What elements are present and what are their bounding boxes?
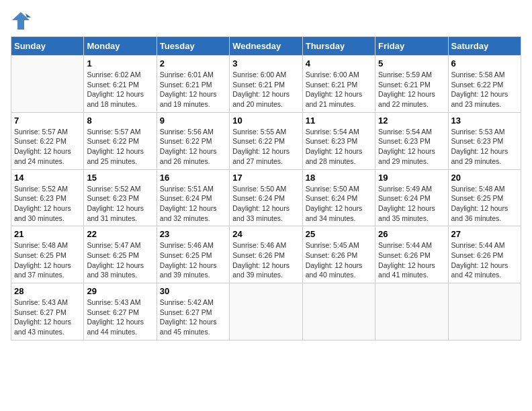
- day-info: Sunrise: 5:48 AM Sunset: 6:25 PM Dayligh…: [14, 240, 81, 280]
- calendar-week-row: 21Sunrise: 5:48 AM Sunset: 6:25 PM Dayli…: [11, 226, 521, 283]
- svg-marker-1: [26, 13, 31, 17]
- calendar-cell: [448, 283, 521, 340]
- calendar-cell: 26Sunrise: 5:44 AM Sunset: 6:26 PM Dayli…: [375, 226, 448, 283]
- calendar-cell: 20Sunrise: 5:48 AM Sunset: 6:25 PM Dayli…: [448, 169, 521, 226]
- calendar-header-row: SundayMondayTuesdayWednesdayThursdayFrid…: [11, 37, 521, 56]
- day-number: 7: [14, 116, 81, 126]
- day-number: 21: [14, 229, 81, 239]
- day-info: Sunrise: 5:50 AM Sunset: 6:24 PM Dayligh…: [232, 184, 299, 224]
- day-number: 26: [378, 229, 445, 239]
- day-info: Sunrise: 5:56 AM Sunset: 6:22 PM Dayligh…: [160, 127, 226, 167]
- day-number: 28: [14, 286, 81, 296]
- calendar-cell: 2Sunrise: 6:01 AM Sunset: 6:21 PM Daylig…: [157, 56, 229, 113]
- day-info: Sunrise: 5:52 AM Sunset: 6:23 PM Dayligh…: [87, 184, 153, 224]
- day-number: 27: [451, 229, 518, 239]
- calendar-cell: 24Sunrise: 5:46 AM Sunset: 6:26 PM Dayli…: [230, 226, 302, 283]
- day-info: Sunrise: 5:42 AM Sunset: 6:27 PM Dayligh…: [160, 298, 226, 337]
- calendar-cell: 10Sunrise: 5:55 AM Sunset: 6:22 PM Dayli…: [230, 112, 302, 169]
- day-number: 3: [232, 58, 299, 68]
- day-number: 20: [451, 173, 518, 183]
- day-info: Sunrise: 5:50 AM Sunset: 6:24 PM Dayligh…: [306, 184, 372, 224]
- day-number: 15: [87, 173, 153, 183]
- day-number: 30: [160, 286, 226, 296]
- calendar-cell: [11, 56, 84, 113]
- day-number: 19: [378, 173, 445, 183]
- day-info: Sunrise: 5:48 AM Sunset: 6:25 PM Dayligh…: [451, 184, 518, 224]
- calendar-cell: 28Sunrise: 5:43 AM Sunset: 6:27 PM Dayli…: [11, 283, 84, 340]
- day-number: 1: [87, 58, 153, 68]
- day-info: Sunrise: 6:00 AM Sunset: 6:21 PM Dayligh…: [306, 70, 372, 109]
- calendar-week-row: 28Sunrise: 5:43 AM Sunset: 6:27 PM Dayli…: [11, 283, 521, 340]
- day-info: Sunrise: 5:46 AM Sunset: 6:26 PM Dayligh…: [232, 240, 299, 280]
- calendar-cell: 29Sunrise: 5:43 AM Sunset: 6:27 PM Dayli…: [84, 283, 157, 340]
- day-number: 14: [14, 173, 81, 183]
- day-info: Sunrise: 6:02 AM Sunset: 6:21 PM Dayligh…: [87, 70, 153, 109]
- day-info: Sunrise: 5:54 AM Sunset: 6:23 PM Dayligh…: [378, 127, 445, 167]
- day-info: Sunrise: 5:51 AM Sunset: 6:24 PM Dayligh…: [160, 184, 226, 224]
- day-number: 24: [232, 229, 299, 239]
- calendar-cell: 14Sunrise: 5:52 AM Sunset: 6:23 PM Dayli…: [11, 169, 84, 226]
- calendar-cell: 23Sunrise: 5:46 AM Sunset: 6:25 PM Dayli…: [157, 226, 229, 283]
- day-number: 18: [306, 173, 372, 183]
- day-info: Sunrise: 5:46 AM Sunset: 6:25 PM Dayligh…: [160, 240, 226, 280]
- calendar-cell: [375, 283, 448, 340]
- day-info: Sunrise: 5:43 AM Sunset: 6:27 PM Dayligh…: [14, 298, 81, 337]
- calendar-cell: 19Sunrise: 5:49 AM Sunset: 6:24 PM Dayli…: [375, 169, 448, 226]
- day-of-week-header: Monday: [84, 37, 157, 56]
- calendar-cell: 15Sunrise: 5:52 AM Sunset: 6:23 PM Dayli…: [84, 169, 157, 226]
- day-number: 6: [451, 58, 518, 68]
- calendar-cell: 8Sunrise: 5:57 AM Sunset: 6:22 PM Daylig…: [84, 112, 157, 169]
- calendar-table: SundayMondayTuesdayWednesdayThursdayFrid…: [11, 36, 521, 340]
- day-of-week-header: Friday: [375, 37, 448, 56]
- calendar-cell: 3Sunrise: 6:00 AM Sunset: 6:21 PM Daylig…: [230, 56, 302, 113]
- day-info: Sunrise: 5:53 AM Sunset: 6:23 PM Dayligh…: [451, 127, 518, 167]
- day-info: Sunrise: 5:57 AM Sunset: 6:22 PM Dayligh…: [87, 127, 153, 167]
- calendar-cell: 22Sunrise: 5:47 AM Sunset: 6:25 PM Dayli…: [84, 226, 157, 283]
- day-number: 22: [87, 229, 153, 239]
- day-number: 17: [232, 173, 299, 183]
- calendar-cell: 30Sunrise: 5:42 AM Sunset: 6:27 PM Dayli…: [157, 283, 229, 340]
- day-number: 5: [378, 58, 445, 68]
- day-info: Sunrise: 5:49 AM Sunset: 6:24 PM Dayligh…: [378, 184, 445, 224]
- day-number: 16: [160, 173, 226, 183]
- calendar-cell: 25Sunrise: 5:45 AM Sunset: 6:26 PM Dayli…: [302, 226, 375, 283]
- calendar-cell: 12Sunrise: 5:54 AM Sunset: 6:23 PM Dayli…: [375, 112, 448, 169]
- day-number: 2: [160, 58, 226, 68]
- calendar-cell: 21Sunrise: 5:48 AM Sunset: 6:25 PM Dayli…: [11, 226, 84, 283]
- calendar-week-row: 1Sunrise: 6:02 AM Sunset: 6:21 PM Daylig…: [11, 56, 521, 113]
- day-number: 11: [306, 116, 372, 126]
- day-number: 25: [306, 229, 372, 239]
- day-number: 29: [87, 286, 153, 296]
- calendar-cell: 7Sunrise: 5:57 AM Sunset: 6:22 PM Daylig…: [11, 112, 84, 169]
- day-info: Sunrise: 6:00 AM Sunset: 6:21 PM Dayligh…: [232, 70, 299, 109]
- day-of-week-header: Tuesday: [157, 37, 229, 56]
- logo-icon: [11, 11, 31, 31]
- day-of-week-header: Saturday: [448, 37, 521, 56]
- calendar-week-row: 7Sunrise: 5:57 AM Sunset: 6:22 PM Daylig…: [11, 112, 521, 169]
- calendar-cell: 6Sunrise: 5:58 AM Sunset: 6:22 PM Daylig…: [448, 56, 521, 113]
- day-info: Sunrise: 6:01 AM Sunset: 6:21 PM Dayligh…: [160, 70, 226, 109]
- day-number: 4: [306, 58, 372, 68]
- calendar-cell: 17Sunrise: 5:50 AM Sunset: 6:24 PM Dayli…: [230, 169, 302, 226]
- calendar-cell: 5Sunrise: 5:59 AM Sunset: 6:21 PM Daylig…: [375, 56, 448, 113]
- day-info: Sunrise: 5:45 AM Sunset: 6:26 PM Dayligh…: [306, 240, 372, 280]
- day-info: Sunrise: 5:52 AM Sunset: 6:23 PM Dayligh…: [14, 184, 81, 224]
- calendar-body: 1Sunrise: 6:02 AM Sunset: 6:21 PM Daylig…: [11, 56, 521, 340]
- calendar-cell: 1Sunrise: 6:02 AM Sunset: 6:21 PM Daylig…: [84, 56, 157, 113]
- day-info: Sunrise: 5:47 AM Sunset: 6:25 PM Dayligh…: [87, 240, 153, 280]
- day-info: Sunrise: 5:44 AM Sunset: 6:26 PM Dayligh…: [378, 240, 445, 280]
- logo: [11, 11, 34, 31]
- day-info: Sunrise: 5:43 AM Sunset: 6:27 PM Dayligh…: [87, 298, 153, 337]
- calendar-cell: [230, 283, 302, 340]
- calendar-cell: 27Sunrise: 5:44 AM Sunset: 6:26 PM Dayli…: [448, 226, 521, 283]
- calendar-cell: 16Sunrise: 5:51 AM Sunset: 6:24 PM Dayli…: [157, 169, 229, 226]
- day-info: Sunrise: 5:54 AM Sunset: 6:23 PM Dayligh…: [306, 127, 372, 167]
- calendar-cell: 13Sunrise: 5:53 AM Sunset: 6:23 PM Dayli…: [448, 112, 521, 169]
- day-number: 9: [160, 116, 226, 126]
- day-number: 12: [378, 116, 445, 126]
- day-of-week-header: Thursday: [302, 37, 375, 56]
- day-number: 8: [87, 116, 153, 126]
- day-of-week-header: Sunday: [11, 37, 84, 56]
- day-info: Sunrise: 5:57 AM Sunset: 6:22 PM Dayligh…: [14, 127, 81, 167]
- day-info: Sunrise: 5:58 AM Sunset: 6:22 PM Dayligh…: [451, 70, 518, 109]
